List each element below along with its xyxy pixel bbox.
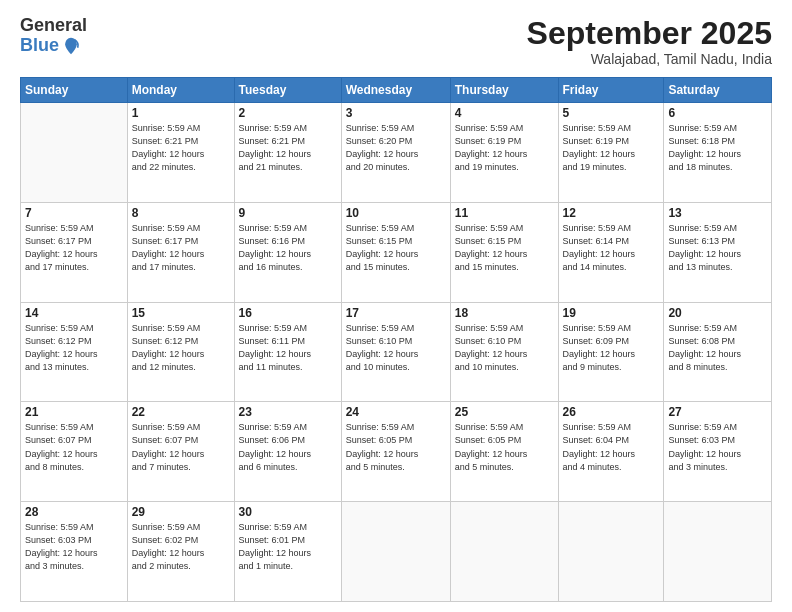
day-number: 12 [563,206,660,220]
day-info: Sunrise: 5:59 AM Sunset: 6:18 PM Dayligh… [668,122,767,174]
logo-blue: Blue [20,36,59,56]
day-info: Sunrise: 5:59 AM Sunset: 6:05 PM Dayligh… [455,421,554,473]
day-number: 8 [132,206,230,220]
calendar-week-4: 28Sunrise: 5:59 AM Sunset: 6:03 PM Dayli… [21,502,772,602]
day-info: Sunrise: 5:59 AM Sunset: 6:16 PM Dayligh… [239,222,337,274]
day-number: 20 [668,306,767,320]
day-info: Sunrise: 5:59 AM Sunset: 6:10 PM Dayligh… [455,322,554,374]
day-info: Sunrise: 5:59 AM Sunset: 6:19 PM Dayligh… [563,122,660,174]
day-number: 24 [346,405,446,419]
calendar-day: 14Sunrise: 5:59 AM Sunset: 6:12 PM Dayli… [21,302,128,402]
day-number: 10 [346,206,446,220]
calendar-day: 11Sunrise: 5:59 AM Sunset: 6:15 PM Dayli… [450,202,558,302]
day-number: 18 [455,306,554,320]
day-number: 16 [239,306,337,320]
calendar-day: 17Sunrise: 5:59 AM Sunset: 6:10 PM Dayli… [341,302,450,402]
day-number: 19 [563,306,660,320]
calendar-day: 12Sunrise: 5:59 AM Sunset: 6:14 PM Dayli… [558,202,664,302]
calendar-day: 16Sunrise: 5:59 AM Sunset: 6:11 PM Dayli… [234,302,341,402]
day-info: Sunrise: 5:59 AM Sunset: 6:09 PM Dayligh… [563,322,660,374]
calendar-day: 7Sunrise: 5:59 AM Sunset: 6:17 PM Daylig… [21,202,128,302]
day-number: 21 [25,405,123,419]
calendar-day: 2Sunrise: 5:59 AM Sunset: 6:21 PM Daylig… [234,103,341,203]
calendar-day: 24Sunrise: 5:59 AM Sunset: 6:05 PM Dayli… [341,402,450,502]
header-monday: Monday [127,78,234,103]
day-number: 4 [455,106,554,120]
calendar-day: 15Sunrise: 5:59 AM Sunset: 6:12 PM Dayli… [127,302,234,402]
calendar-day: 20Sunrise: 5:59 AM Sunset: 6:08 PM Dayli… [664,302,772,402]
day-info: Sunrise: 5:59 AM Sunset: 6:21 PM Dayligh… [239,122,337,174]
calendar-day: 4Sunrise: 5:59 AM Sunset: 6:19 PM Daylig… [450,103,558,203]
day-number: 13 [668,206,767,220]
day-number: 9 [239,206,337,220]
calendar-day: 22Sunrise: 5:59 AM Sunset: 6:07 PM Dayli… [127,402,234,502]
day-info: Sunrise: 5:59 AM Sunset: 6:01 PM Dayligh… [239,521,337,573]
calendar-week-1: 7Sunrise: 5:59 AM Sunset: 6:17 PM Daylig… [21,202,772,302]
day-info: Sunrise: 5:59 AM Sunset: 6:17 PM Dayligh… [25,222,123,274]
calendar-week-0: 1Sunrise: 5:59 AM Sunset: 6:21 PM Daylig… [21,103,772,203]
day-number: 22 [132,405,230,419]
calendar-header-row: Sunday Monday Tuesday Wednesday Thursday… [21,78,772,103]
header-thursday: Thursday [450,78,558,103]
calendar-day: 9Sunrise: 5:59 AM Sunset: 6:16 PM Daylig… [234,202,341,302]
day-info: Sunrise: 5:59 AM Sunset: 6:17 PM Dayligh… [132,222,230,274]
day-info: Sunrise: 5:59 AM Sunset: 6:03 PM Dayligh… [668,421,767,473]
day-info: Sunrise: 5:59 AM Sunset: 6:10 PM Dayligh… [346,322,446,374]
day-number: 5 [563,106,660,120]
day-info: Sunrise: 5:59 AM Sunset: 6:06 PM Dayligh… [239,421,337,473]
day-number: 26 [563,405,660,419]
day-info: Sunrise: 5:59 AM Sunset: 6:08 PM Dayligh… [668,322,767,374]
day-info: Sunrise: 5:59 AM Sunset: 6:19 PM Dayligh… [455,122,554,174]
day-number: 30 [239,505,337,519]
day-number: 14 [25,306,123,320]
calendar-day: 6Sunrise: 5:59 AM Sunset: 6:18 PM Daylig… [664,103,772,203]
month-title: September 2025 [527,16,772,51]
calendar-day: 29Sunrise: 5:59 AM Sunset: 6:02 PM Dayli… [127,502,234,602]
calendar-day: 19Sunrise: 5:59 AM Sunset: 6:09 PM Dayli… [558,302,664,402]
day-info: Sunrise: 5:59 AM Sunset: 6:03 PM Dayligh… [25,521,123,573]
logo-general: General [20,16,87,36]
day-info: Sunrise: 5:59 AM Sunset: 6:15 PM Dayligh… [346,222,446,274]
day-info: Sunrise: 5:59 AM Sunset: 6:02 PM Dayligh… [132,521,230,573]
calendar-day: 30Sunrise: 5:59 AM Sunset: 6:01 PM Dayli… [234,502,341,602]
calendar-day: 8Sunrise: 5:59 AM Sunset: 6:17 PM Daylig… [127,202,234,302]
day-info: Sunrise: 5:59 AM Sunset: 6:12 PM Dayligh… [132,322,230,374]
logo-icon [61,36,81,56]
day-number: 6 [668,106,767,120]
calendar-day [558,502,664,602]
location: Walajabad, Tamil Nadu, India [527,51,772,67]
page: General Blue September 2025 Walajabad, T… [0,0,792,612]
day-number: 1 [132,106,230,120]
calendar-day [664,502,772,602]
day-info: Sunrise: 5:59 AM Sunset: 6:07 PM Dayligh… [132,421,230,473]
day-number: 7 [25,206,123,220]
day-number: 15 [132,306,230,320]
day-number: 11 [455,206,554,220]
day-number: 29 [132,505,230,519]
calendar-day [450,502,558,602]
day-number: 3 [346,106,446,120]
calendar-day [341,502,450,602]
header-tuesday: Tuesday [234,78,341,103]
day-info: Sunrise: 5:59 AM Sunset: 6:07 PM Dayligh… [25,421,123,473]
header-saturday: Saturday [664,78,772,103]
calendar-day: 28Sunrise: 5:59 AM Sunset: 6:03 PM Dayli… [21,502,128,602]
header: General Blue September 2025 Walajabad, T… [20,16,772,67]
day-number: 23 [239,405,337,419]
day-number: 25 [455,405,554,419]
calendar-week-3: 21Sunrise: 5:59 AM Sunset: 6:07 PM Dayli… [21,402,772,502]
calendar-day: 3Sunrise: 5:59 AM Sunset: 6:20 PM Daylig… [341,103,450,203]
calendar-week-2: 14Sunrise: 5:59 AM Sunset: 6:12 PM Dayli… [21,302,772,402]
calendar-day: 18Sunrise: 5:59 AM Sunset: 6:10 PM Dayli… [450,302,558,402]
calendar-day: 21Sunrise: 5:59 AM Sunset: 6:07 PM Dayli… [21,402,128,502]
day-info: Sunrise: 5:59 AM Sunset: 6:11 PM Dayligh… [239,322,337,374]
day-info: Sunrise: 5:59 AM Sunset: 6:21 PM Dayligh… [132,122,230,174]
logo-text: General Blue [20,16,87,56]
day-number: 28 [25,505,123,519]
calendar-day: 23Sunrise: 5:59 AM Sunset: 6:06 PM Dayli… [234,402,341,502]
calendar-day: 5Sunrise: 5:59 AM Sunset: 6:19 PM Daylig… [558,103,664,203]
day-info: Sunrise: 5:59 AM Sunset: 6:12 PM Dayligh… [25,322,123,374]
day-info: Sunrise: 5:59 AM Sunset: 6:15 PM Dayligh… [455,222,554,274]
calendar-table: Sunday Monday Tuesday Wednesday Thursday… [20,77,772,602]
logo: General Blue [20,16,87,56]
